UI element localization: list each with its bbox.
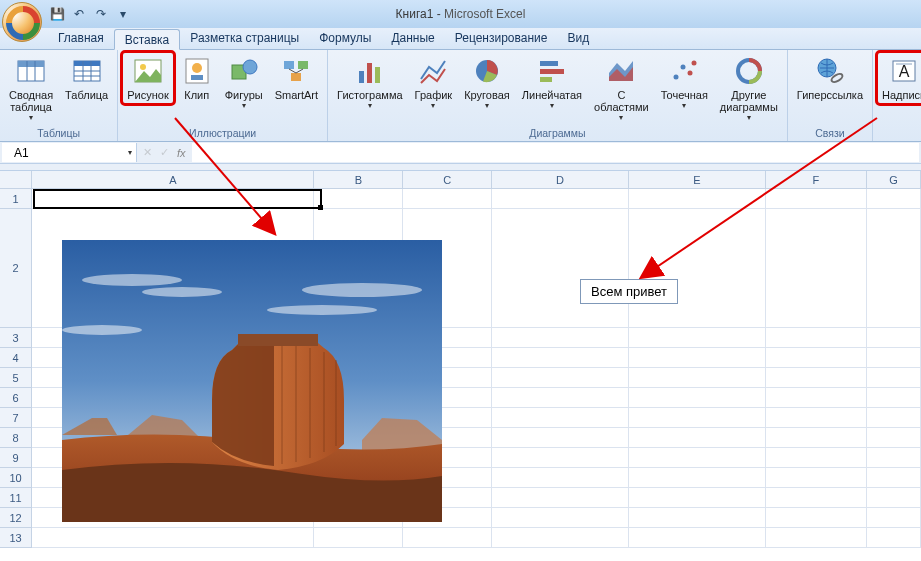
cell[interactable] <box>314 528 403 548</box>
cell[interactable] <box>766 448 868 468</box>
qat-save-button[interactable]: 💾 <box>48 5 66 23</box>
row-header-6[interactable]: 6 <box>0 388 32 408</box>
cell[interactable] <box>629 189 766 209</box>
chart-bar-button[interactable]: Линейчатая▾ <box>517 52 587 113</box>
name-box[interactable]: ▾ <box>2 143 137 162</box>
column-header-F[interactable]: F <box>766 171 868 189</box>
select-all-corner[interactable] <box>0 171 32 189</box>
cell[interactable] <box>766 528 868 548</box>
chart-scatter-button[interactable]: Точечная▾ <box>656 52 713 113</box>
cell[interactable] <box>629 348 766 368</box>
cell[interactable] <box>766 328 868 348</box>
cell[interactable] <box>766 508 868 528</box>
row-header-10[interactable]: 10 <box>0 468 32 488</box>
qat-undo-button[interactable]: ↶ <box>70 5 88 23</box>
cell[interactable] <box>629 428 766 448</box>
clipart-button[interactable]: Клип <box>176 52 218 104</box>
tab-pagelayout[interactable]: Разметка страницы <box>180 28 309 49</box>
cell[interactable] <box>867 468 921 488</box>
cell[interactable] <box>492 209 629 328</box>
tab-home[interactable]: Главная <box>48 28 114 49</box>
cell[interactable] <box>867 428 921 448</box>
cell[interactable] <box>766 348 868 368</box>
fx-label[interactable]: fx <box>177 147 186 159</box>
cell[interactable] <box>766 428 868 448</box>
row-header-5[interactable]: 5 <box>0 368 32 388</box>
tab-data[interactable]: Данные <box>381 28 444 49</box>
cell[interactable] <box>766 189 868 209</box>
inserted-picture[interactable] <box>62 240 442 522</box>
cell[interactable] <box>403 189 492 209</box>
cell[interactable] <box>492 348 629 368</box>
row-header-8[interactable]: 8 <box>0 428 32 448</box>
cell[interactable] <box>766 209 868 328</box>
cell[interactable] <box>492 468 629 488</box>
inserted-textbox[interactable]: Всем привет <box>580 279 678 304</box>
cell[interactable] <box>867 368 921 388</box>
pivottable-button[interactable]: Сводная таблица ▾ <box>4 52 58 125</box>
cell[interactable] <box>492 328 629 348</box>
cell[interactable] <box>766 388 868 408</box>
cell[interactable] <box>867 189 921 209</box>
cell[interactable] <box>492 508 629 528</box>
cell[interactable] <box>629 468 766 488</box>
tab-insert[interactable]: Вставка <box>114 29 181 50</box>
chart-line-button[interactable]: График▾ <box>410 52 458 113</box>
cell[interactable] <box>766 468 868 488</box>
cell[interactable] <box>629 508 766 528</box>
cell[interactable] <box>867 209 921 328</box>
row-header-12[interactable]: 12 <box>0 508 32 528</box>
cell[interactable] <box>629 209 766 328</box>
office-button[interactable] <box>2 2 42 42</box>
column-header-A[interactable]: A <box>32 171 314 189</box>
cell[interactable] <box>629 388 766 408</box>
cell[interactable] <box>629 488 766 508</box>
tab-view[interactable]: Вид <box>557 28 599 49</box>
cell[interactable] <box>492 408 629 428</box>
row-header-2[interactable]: 2 <box>0 209 32 328</box>
shapes-button[interactable]: Фигуры ▾ <box>220 52 268 113</box>
qat-customize-button[interactable]: ▾ <box>114 5 132 23</box>
cell[interactable] <box>492 388 629 408</box>
cell[interactable] <box>32 528 314 548</box>
cell[interactable] <box>766 368 868 388</box>
cell[interactable] <box>629 368 766 388</box>
cell[interactable] <box>867 448 921 468</box>
cell[interactable] <box>492 189 629 209</box>
cell[interactable] <box>314 189 403 209</box>
cell[interactable] <box>629 528 766 548</box>
cell[interactable] <box>492 428 629 448</box>
row-header-4[interactable]: 4 <box>0 348 32 368</box>
cell[interactable] <box>629 448 766 468</box>
tab-formulas[interactable]: Формулы <box>309 28 381 49</box>
column-header-E[interactable]: E <box>629 171 766 189</box>
row-header-7[interactable]: 7 <box>0 408 32 428</box>
cell[interactable] <box>867 508 921 528</box>
cell[interactable] <box>867 408 921 428</box>
cell[interactable] <box>867 528 921 548</box>
cell[interactable] <box>403 528 492 548</box>
name-box-input[interactable] <box>14 146 104 160</box>
cell[interactable] <box>492 528 629 548</box>
column-header-G[interactable]: G <box>867 171 921 189</box>
cell[interactable] <box>492 368 629 388</box>
row-header-11[interactable]: 11 <box>0 488 32 508</box>
chart-area-button[interactable]: С областями▾ <box>589 52 654 125</box>
cell[interactable] <box>629 328 766 348</box>
chart-pie-button[interactable]: Круговая▾ <box>459 52 515 113</box>
chevron-down-icon[interactable]: ▾ <box>128 148 132 157</box>
column-header-D[interactable]: D <box>492 171 629 189</box>
cell[interactable] <box>867 328 921 348</box>
cell[interactable] <box>766 488 868 508</box>
formula-bar-input[interactable] <box>192 143 919 162</box>
chart-column-button[interactable]: Гистограмма▾ <box>332 52 408 113</box>
smartart-button[interactable]: SmartArt <box>270 52 323 104</box>
cell[interactable] <box>32 189 314 209</box>
cell[interactable] <box>492 488 629 508</box>
picture-button[interactable]: Рисунок <box>122 52 174 104</box>
cell[interactable] <box>867 488 921 508</box>
column-header-C[interactable]: C <box>403 171 492 189</box>
cell[interactable] <box>629 408 766 428</box>
row-header-9[interactable]: 9 <box>0 448 32 468</box>
row-header-13[interactable]: 13 <box>0 528 32 548</box>
